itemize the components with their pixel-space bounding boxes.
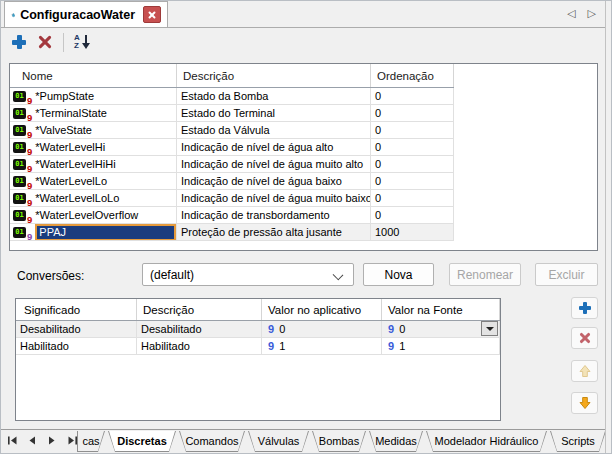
- sort-az-icon: AZ: [74, 34, 80, 50]
- tag-order: 0: [371, 190, 454, 207]
- value-row[interactable]: Habilitado Habilitado 1 1: [16, 338, 500, 355]
- value-description: Desabilitado: [137, 321, 262, 338]
- tab-valvulas[interactable]: Válvulas: [248, 431, 309, 452]
- tab-scroll-controls: [567, 6, 596, 20]
- tab-cas[interactable]: cas: [77, 431, 105, 452]
- cell-dropdown-button[interactable]: [481, 321, 498, 336]
- tag-description: Estado da Bomba: [177, 88, 371, 105]
- tag-description: Indicação de nível de água muito baixo: [177, 190, 371, 207]
- column-header-ordenacao[interactable]: Ordenação: [371, 64, 454, 87]
- discrete-tag-icon: [13, 125, 32, 136]
- tag-name: *WaterLevelLoLo: [35, 192, 119, 204]
- tab-comandos[interactable]: Comandos: [179, 431, 245, 452]
- tag-name: *WaterLevelLo: [35, 175, 107, 187]
- tab-nav-bar: [5, 434, 79, 446]
- tab-scroll-right-button[interactable]: [587, 6, 595, 20]
- tab-modelador-hidraulico[interactable]: Modelador Hidráulico: [426, 431, 547, 452]
- document-tab[interactable]: ConfiguracaoWater: [4, 1, 168, 27]
- tab-medidas[interactable]: Medidas: [369, 431, 423, 452]
- discrete-tag-icon: [13, 91, 32, 102]
- tag-order: 0: [371, 139, 454, 156]
- app-value: 0: [279, 323, 285, 335]
- discrete-tag-icon: [13, 193, 32, 204]
- conversions-dropdown[interactable]: (default): [142, 263, 354, 286]
- conversion-nine-icon: [268, 340, 274, 352]
- arrow-down-icon: [82, 34, 91, 50]
- tag-order: 0: [371, 88, 454, 105]
- first-tab-button[interactable]: [5, 434, 19, 446]
- bottom-tabs: cas Discretas Comandos Válvulas Bombas M…: [77, 431, 606, 452]
- tag-description: Indicação de nível de água muito alto: [177, 156, 371, 173]
- next-icon: [48, 436, 56, 445]
- toolbar-separator: [63, 33, 64, 52]
- conversions-selected-value: (default): [150, 268, 194, 282]
- previous-icon: [28, 436, 36, 445]
- first-icon: [7, 436, 18, 445]
- app-value: 1: [279, 340, 285, 352]
- discrete-tag-icon: [13, 227, 32, 238]
- tag-description: Estado da Válvula: [177, 122, 371, 139]
- right-splitter[interactable]: [605, 1, 606, 454]
- tab-scripts[interactable]: Scripts: [550, 431, 606, 452]
- conversion-nine-icon: [268, 323, 274, 335]
- add-tag-button[interactable]: [11, 34, 27, 50]
- table-row[interactable]: *WaterLevelLoLo Indicação de nível de ág…: [10, 190, 454, 207]
- discrete-tag-icon: [13, 142, 32, 153]
- selected-cell[interactable]: PPAJ: [35, 224, 176, 241]
- sort-ascending-button[interactable]: AZ: [74, 34, 91, 50]
- add-value-button[interactable]: [571, 297, 598, 319]
- conversions-label: Conversões:: [17, 269, 84, 283]
- dropdown-arrow-icon: [486, 327, 494, 331]
- conversion-nine-icon: [388, 323, 394, 335]
- value-description: Habilitado: [137, 338, 262, 355]
- delete-conversion-button[interactable]: Excluir: [535, 263, 598, 286]
- table-row[interactable]: *ValveState Estado da Válvula 0: [10, 122, 454, 139]
- table-row[interactable]: *PumpState Estado da Bomba 0: [10, 88, 454, 105]
- rename-conversion-button[interactable]: Renomear: [449, 263, 521, 286]
- value-row-selected[interactable]: Desabilitado Desabilitado 0 0: [16, 321, 500, 338]
- close-icon: [144, 7, 160, 22]
- move-up-button[interactable]: [571, 360, 598, 382]
- tag-order: 0: [371, 105, 454, 122]
- tag-name: *TerminalState: [35, 107, 107, 119]
- delete-tag-button[interactable]: [37, 34, 53, 50]
- move-down-button[interactable]: [571, 392, 598, 414]
- tags-table-header: Nome Descrição Ordenação: [10, 64, 454, 88]
- tag-name: *WaterLevelOverflow: [35, 209, 138, 221]
- column-header-valor-aplicativo[interactable]: Valor no aplicativo: [262, 299, 382, 320]
- table-row[interactable]: *WaterLevelLo Indicação de nível de água…: [10, 173, 454, 190]
- chevron-down-icon: [333, 270, 344, 281]
- table-row-selected[interactable]: PPAJ Proteção de pressão alta jusante 10…: [10, 224, 454, 241]
- table-row[interactable]: *WaterLevelHi Indicação de nível de água…: [10, 139, 454, 156]
- next-tab-button[interactable]: [45, 434, 59, 446]
- tag-order: 0: [371, 207, 454, 224]
- tab-discretas[interactable]: Discretas: [108, 431, 176, 452]
- tag-order: 0: [371, 173, 454, 190]
- tag-description: Indicação de transbordamento: [177, 207, 371, 224]
- table-row[interactable]: *WaterLevelHiHi Indicação de nível de ág…: [10, 156, 454, 173]
- arrow-down-icon: [578, 396, 592, 410]
- delete-value-button[interactable]: [571, 327, 598, 349]
- tab-scroll-left-button[interactable]: [567, 6, 575, 20]
- column-header-descricao[interactable]: Descrição: [137, 299, 262, 320]
- column-header-nome[interactable]: Nome: [10, 64, 177, 87]
- column-header-significado[interactable]: Significado: [16, 299, 137, 320]
- values-table: Significado Descrição Valor no aplicativ…: [15, 298, 501, 421]
- discrete-tag-icon: [13, 159, 32, 170]
- plus-icon: [578, 301, 592, 315]
- column-header-descricao[interactable]: Descrição: [177, 64, 371, 87]
- source-value: 0: [399, 323, 405, 335]
- new-conversion-button[interactable]: Nova: [363, 263, 434, 286]
- source-value: 1: [399, 340, 405, 352]
- tag-name: *ValveState: [35, 124, 92, 136]
- table-row[interactable]: *WaterLevelOverflow Indicação de transbo…: [10, 207, 454, 224]
- close-tab-button[interactable]: [143, 6, 161, 23]
- table-row[interactable]: *TerminalState Estado do Terminal 0: [10, 105, 454, 122]
- conversion-nine-icon: [388, 340, 394, 352]
- document-tab-bar: ConfiguracaoWater: [1, 1, 605, 28]
- column-header-valor-fonte[interactable]: Valor na Fonte: [382, 299, 500, 320]
- previous-tab-button[interactable]: [25, 434, 39, 446]
- tag-name: *WaterLevelHi: [35, 141, 105, 153]
- tab-bombas[interactable]: Bombas: [312, 431, 366, 452]
- document-tab-title: ConfiguracaoWater: [20, 8, 135, 22]
